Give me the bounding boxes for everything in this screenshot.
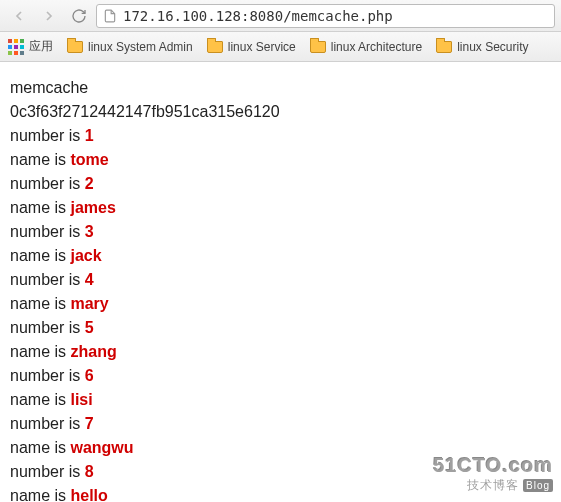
- name-line: name is hello: [10, 484, 551, 502]
- name-line: name is lisi: [10, 388, 551, 412]
- number-line: number is 6: [10, 364, 551, 388]
- folder-icon: [310, 41, 326, 53]
- back-icon[interactable]: [6, 3, 32, 29]
- name-line: name is zhang: [10, 340, 551, 364]
- name-line: name is wangwu: [10, 436, 551, 460]
- hash-line: 0c3f63f2712442147fb951ca315e6120: [10, 100, 551, 124]
- folder-icon: [436, 41, 452, 53]
- folder-icon: [67, 41, 83, 53]
- entries-container: number is 1name is tomenumber is 2name i…: [10, 124, 551, 502]
- name-line: name is mary: [10, 292, 551, 316]
- url-bar[interactable]: [96, 4, 555, 28]
- title-line: memcache: [10, 76, 551, 100]
- bookmark-bar: 应用 linux System Admin linux Service linu…: [0, 32, 561, 62]
- apps-icon: [8, 39, 24, 55]
- apps-button[interactable]: 应用: [8, 38, 53, 55]
- number-line: number is 4: [10, 268, 551, 292]
- bookmark-folder[interactable]: linux Security: [436, 40, 528, 54]
- number-line: number is 8: [10, 460, 551, 484]
- bookmark-folder[interactable]: linux System Admin: [67, 40, 193, 54]
- bookmark-label: linux Security: [457, 40, 528, 54]
- apps-label: 应用: [29, 38, 53, 55]
- bookmark-label: linux Service: [228, 40, 296, 54]
- number-line: number is 5: [10, 316, 551, 340]
- number-line: number is 1: [10, 124, 551, 148]
- number-line: number is 3: [10, 220, 551, 244]
- url-input[interactable]: [123, 8, 548, 24]
- number-line: number is 7: [10, 412, 551, 436]
- bookmark-folder[interactable]: linux Architecture: [310, 40, 422, 54]
- file-icon: [103, 9, 117, 23]
- browser-nav-bar: [0, 0, 561, 32]
- name-line: name is tome: [10, 148, 551, 172]
- bookmark-label: linux System Admin: [88, 40, 193, 54]
- reload-icon[interactable]: [66, 3, 92, 29]
- forward-icon[interactable]: [36, 3, 62, 29]
- name-line: name is jack: [10, 244, 551, 268]
- folder-icon: [207, 41, 223, 53]
- bookmark-folder[interactable]: linux Service: [207, 40, 296, 54]
- name-line: name is james: [10, 196, 551, 220]
- page-content: memcache 0c3f63f2712442147fb951ca315e612…: [0, 62, 561, 502]
- bookmark-label: linux Architecture: [331, 40, 422, 54]
- number-line: number is 2: [10, 172, 551, 196]
